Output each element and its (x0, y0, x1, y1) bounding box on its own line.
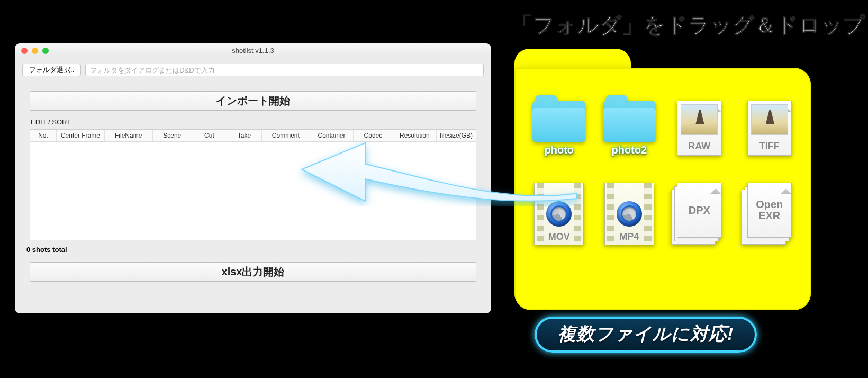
grid-item-photo: photo (529, 101, 589, 156)
col-cut[interactable]: Cut (192, 130, 227, 142)
status-total: 0 shots total (15, 240, 491, 256)
instruction-title: 「フォルダ」をドラッグ＆ドロップ (508, 11, 868, 40)
minimize-icon[interactable] (32, 48, 38, 54)
import-button[interactable]: インポート開始 (30, 91, 476, 111)
video-file-icon: MOV (534, 183, 584, 245)
image-file-icon: RAW (677, 101, 721, 156)
grid-label: MOV (535, 231, 583, 242)
col-filename[interactable]: FileName (104, 130, 152, 142)
grid-item-mp4: MP4 (600, 183, 659, 245)
grid-item-raw: RAW (670, 101, 729, 156)
badge-text: 複数ファイルに対応! (558, 323, 734, 344)
grid-item-photo2: photo2 (600, 101, 659, 156)
grid-label: photo2 (611, 144, 647, 156)
col-scene[interactable]: Scene (152, 130, 192, 142)
shots-table[interactable]: No. Center Frame FileName Scene Cut Take… (30, 129, 476, 240)
folder-path-input[interactable] (85, 64, 484, 76)
grid-item-openexr: Open EXR (740, 183, 800, 245)
quicktime-icon (617, 201, 642, 227)
table-header-row: No. Center Frame FileName Scene Cut Take… (30, 130, 476, 142)
grid-label: TIFF (748, 141, 791, 152)
col-comment[interactable]: Comment (261, 130, 310, 142)
grid-item-tiff: TIFF (740, 101, 800, 156)
edit-sort-label: EDIT / SORT (15, 114, 491, 128)
app-window: shotlist v1.1.3 フォルダ選択.. インポート開始 EDIT / … (15, 43, 491, 313)
col-filesize[interactable]: filesize(GB) (437, 130, 476, 142)
grid-label: photo (544, 144, 574, 156)
col-codec[interactable]: Codec (354, 130, 393, 142)
grid-label: RAW (677, 141, 721, 152)
grid-label: MP4 (605, 231, 654, 242)
col-container[interactable]: Container (310, 130, 354, 142)
col-no[interactable]: No. (30, 130, 57, 142)
col-resolution[interactable]: Resolution (393, 130, 437, 142)
grid-label: DPX (689, 205, 710, 216)
sequence-file-icon: Open EXR (747, 183, 792, 238)
grid-label: Open EXR (756, 199, 783, 221)
multi-file-badge: 複数ファイルに対応! (535, 317, 757, 353)
sequence-file-icon: DPX (677, 183, 721, 238)
folder-icon (532, 101, 585, 142)
grid-item-mov: MOV (529, 183, 589, 245)
folder-row: フォルダ選択.. (15, 58, 491, 79)
export-xlsx-button[interactable]: xlsx出力開始 (30, 262, 476, 282)
folder-icon (603, 101, 656, 142)
titlebar: shotlist v1.1.3 (15, 43, 491, 58)
window-title: shotlist v1.1.3 (15, 47, 491, 55)
grid-item-dpx: DPX (670, 183, 729, 245)
close-icon[interactable] (21, 48, 28, 54)
zoom-icon[interactable] (42, 48, 49, 54)
col-centerframe[interactable]: Center Frame (57, 130, 105, 142)
video-file-icon: MP4 (604, 183, 654, 245)
quicktime-icon (546, 201, 572, 227)
sample-file-grid: photo photo2 RAW TIFF MOV MP4 DPX (529, 101, 799, 245)
choose-folder-button[interactable]: フォルダ選択.. (22, 64, 81, 76)
traffic-lights (21, 48, 49, 54)
col-take[interactable]: Take (227, 130, 261, 142)
image-file-icon: TIFF (747, 101, 792, 156)
